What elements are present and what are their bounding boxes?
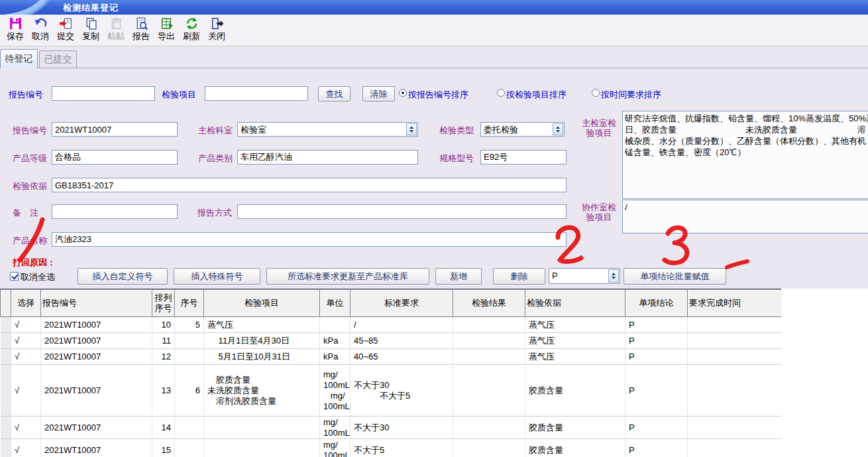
cell-basis[interactable]: 蒸气压 — [525, 349, 625, 365]
cell-item[interactable] — [204, 417, 320, 439]
clear-button[interactable]: 清除 — [362, 86, 395, 101]
cell-seq[interactable]: 6 — [175, 365, 204, 417]
close-button[interactable]: 关闭 — [204, 15, 229, 45]
cell-due[interactable] — [688, 365, 782, 417]
cell-select[interactable]: √ — [11, 417, 41, 439]
refresh-button[interactable]: 刷新 — [179, 15, 204, 45]
cell-seq[interactable] — [175, 417, 204, 439]
cell-unit[interactable]: mg/ 100mL — [320, 439, 351, 457]
cell-report-no[interactable]: 2021WT10007 — [41, 317, 152, 333]
cell-unit[interactable]: kPa — [320, 333, 351, 349]
row-header[interactable] — [1, 417, 11, 439]
cell-order-no[interactable]: 12 — [152, 349, 175, 365]
cell-select[interactable]: √ — [11, 317, 41, 333]
insert-special-symbol-button[interactable]: 插入特殊符号 — [174, 268, 260, 285]
col-header-due[interactable]: 要求完成时间 — [688, 290, 782, 317]
titlebar[interactable]: 检测结果登记 — [0, 0, 868, 15]
col-header-standard[interactable]: 标准要求 — [351, 290, 453, 317]
report-button[interactable]: 报告 — [129, 15, 154, 45]
cell-conclusion[interactable]: P — [625, 439, 688, 457]
cell-due[interactable] — [688, 333, 782, 349]
cell-unit[interactable]: mg/ 100mL — [320, 417, 351, 439]
spinner-icon[interactable] — [553, 123, 563, 135]
col-header-report-no[interactable]: 报告编号 — [41, 290, 152, 317]
cell-select[interactable]: √ — [11, 333, 41, 349]
delete-button[interactable]: 删除 — [493, 268, 545, 285]
save-button[interactable]: 保存 — [3, 15, 28, 45]
conclusion-combo[interactable]: P — [549, 268, 620, 284]
add-button[interactable]: 新增 — [435, 268, 482, 285]
cell-order-no[interactable]: 15 — [152, 439, 175, 457]
col-header-select[interactable]: 选择 — [11, 290, 41, 317]
spinner-icon[interactable] — [406, 123, 417, 135]
insert-custom-symbol-button[interactable]: 插入自定义符号 — [78, 268, 168, 285]
row-header[interactable] — [1, 333, 11, 349]
row-header[interactable] — [1, 317, 11, 333]
product-grade-input[interactable] — [52, 150, 178, 164]
cell-due[interactable] — [688, 349, 782, 365]
inspect-type-combo[interactable]: 委托检验 — [480, 122, 565, 137]
cell-result[interactable] — [453, 417, 525, 439]
tab-pending[interactable]: 待登记 — [0, 49, 38, 68]
cell-standard[interactable]: 不大于5 — [351, 439, 453, 457]
cell-standard[interactable]: / — [351, 317, 453, 333]
cell-result[interactable] — [453, 439, 525, 457]
row-header[interactable] — [1, 439, 11, 457]
inspect-basis-input[interactable] — [52, 178, 567, 192]
copy-button[interactable]: 复制 — [78, 15, 103, 45]
cell-standard[interactable]: 40~65 — [351, 349, 453, 365]
col-header-result[interactable]: 检验结果 — [453, 290, 525, 317]
cell-seq[interactable] — [175, 333, 204, 349]
cell-basis[interactable]: 蒸气压 — [525, 333, 625, 349]
batch-assign-button[interactable]: 单项结论批量赋值 — [624, 268, 726, 285]
spinner-icon[interactable] — [608, 269, 619, 283]
col-header-item[interactable]: 检验项目 — [204, 290, 320, 317]
cell-seq[interactable] — [175, 349, 204, 365]
coop-items-textarea[interactable]: / — [622, 200, 868, 233]
sort-by-time-radio[interactable] — [592, 89, 600, 97]
sort-by-item-radio[interactable] — [497, 89, 505, 97]
product-name-input[interactable] — [52, 232, 567, 247]
cell-seq[interactable]: 5 — [175, 317, 204, 333]
cell-seq[interactable] — [175, 439, 204, 457]
search-item-input[interactable] — [205, 86, 308, 101]
search-report-no-input[interactable] — [52, 86, 155, 101]
submit-button[interactable]: 提交 — [53, 15, 78, 45]
cell-item[interactable]: 5月1日至10月31日 — [204, 349, 320, 365]
cell-unit[interactable] — [320, 317, 351, 333]
col-header-unit[interactable]: 单位 — [320, 290, 351, 317]
row-header[interactable] — [1, 365, 11, 417]
cell-basis[interactable]: 胶质含量 — [525, 439, 625, 457]
cell-conclusion[interactable]: P — [625, 349, 688, 365]
cell-report-no[interactable]: 2021WT10007 — [41, 365, 152, 417]
cell-conclusion[interactable]: P — [625, 365, 688, 417]
cell-item[interactable]: 蒸气压 — [204, 317, 320, 333]
cell-select[interactable]: √ — [11, 349, 41, 365]
cell-basis[interactable]: 蒸气压 — [525, 317, 625, 333]
col-header-seq[interactable]: 序号 — [175, 290, 204, 317]
cell-due[interactable] — [688, 439, 782, 457]
cell-item[interactable] — [204, 439, 320, 457]
cell-order-no[interactable]: 10 — [152, 317, 175, 333]
report-method-input[interactable] — [237, 204, 567, 219]
product-category-input[interactable] — [237, 150, 418, 164]
cell-order-no[interactable]: 14 — [152, 417, 175, 439]
row-header[interactable] — [1, 349, 11, 365]
cell-due[interactable] — [688, 317, 782, 333]
cell-standard[interactable]: 不大于30 不大于5 — [351, 365, 453, 417]
col-header-order-no[interactable]: 排列序号 — [152, 290, 175, 317]
cell-report-no[interactable]: 2021WT10007 — [41, 417, 152, 439]
row-header-corner[interactable] — [1, 290, 11, 317]
cell-report-no[interactable]: 2021WT10007 — [41, 349, 152, 365]
cell-result[interactable] — [453, 365, 525, 417]
cell-result[interactable] — [453, 349, 525, 365]
cancel-button[interactable]: 取消 — [28, 15, 53, 45]
cell-select[interactable]: √ — [11, 365, 41, 417]
remark-input[interactable] — [52, 204, 178, 219]
cell-basis[interactable]: 胶质含量 — [525, 417, 625, 439]
cell-standard[interactable]: 45~85 — [351, 333, 453, 349]
cell-due[interactable] — [688, 417, 782, 439]
update-standard-button[interactable]: 所选标准要求更新至产品标准库 — [266, 268, 429, 285]
col-header-conclusion[interactable]: 单项结论 — [625, 290, 688, 317]
cell-standard[interactable]: 不大于30 — [351, 417, 453, 439]
